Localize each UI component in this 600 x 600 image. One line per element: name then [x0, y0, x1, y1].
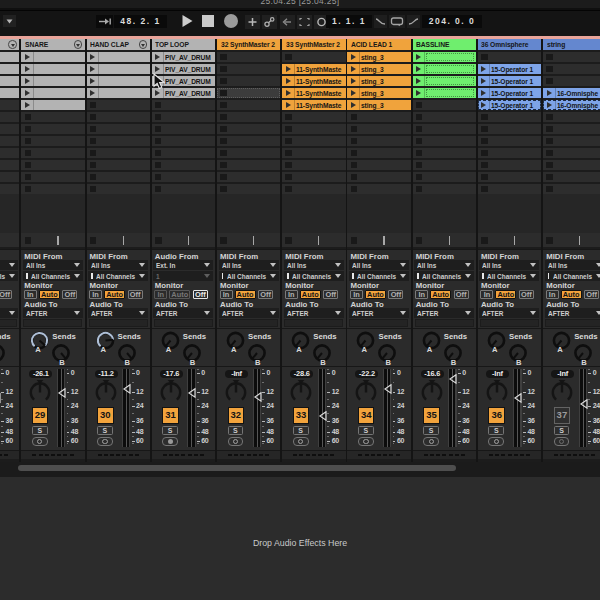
clip-slot[interactable] [543, 112, 600, 123]
stop-all-clips-icon[interactable] [285, 237, 292, 244]
monitor-in-button[interactable]: In [350, 290, 363, 299]
arm-button[interactable] [358, 437, 374, 446]
track-header[interactable]: ACID LEAD 1 [347, 39, 410, 51]
clip-slot[interactable] [152, 172, 215, 183]
stop-all-clips-icon[interactable] [351, 237, 358, 244]
arm-button[interactable] [554, 437, 570, 446]
clip[interactable] [87, 64, 150, 75]
track-header-dropdown-icon[interactable] [139, 40, 148, 49]
clip-slot[interactable] [347, 124, 410, 135]
clip-slot[interactable] [543, 148, 600, 159]
track-header[interactable]: 32 SynthMaster 2 [217, 39, 280, 51]
clip-slot[interactable] [282, 172, 345, 183]
solo-button[interactable]: S [97, 426, 113, 435]
clip-slot[interactable] [152, 148, 215, 159]
clip[interactable] [0, 88, 19, 99]
clip[interactable] [87, 52, 150, 63]
input-channel-chooser[interactable]: All Channels [219, 271, 279, 281]
clip-play-icon[interactable] [155, 66, 160, 72]
solo-button[interactable]: S [162, 426, 178, 435]
track-status-display[interactable] [152, 233, 215, 248]
track-activator-button[interactable]: 36 [488, 407, 505, 424]
arm-button[interactable] [423, 437, 439, 446]
clip-play-icon[interactable] [481, 102, 486, 108]
clip-slot[interactable] [413, 100, 476, 111]
input-type-chooser[interactable]: All Ins [23, 260, 83, 270]
clip-slot[interactable] [87, 160, 150, 171]
clip-play-icon[interactable] [351, 54, 356, 60]
input-channel-chooser[interactable]: All Channels [414, 271, 474, 281]
clip-slot[interactable] [413, 112, 476, 123]
track-header[interactable] [0, 39, 19, 51]
follow-button[interactable] [96, 15, 113, 28]
clip-slot[interactable] [413, 172, 476, 183]
clip-slot[interactable] [217, 52, 280, 63]
track-activator-button[interactable]: 31 [162, 407, 179, 424]
clip-play-icon[interactable] [547, 90, 552, 96]
clip-slot[interactable] [217, 76, 280, 87]
input-type-chooser[interactable]: Ext. In [153, 260, 213, 270]
track-activator-button[interactable]: 34 [358, 407, 375, 424]
arm-button[interactable] [228, 437, 244, 446]
monitor-in-button[interactable]: In [89, 290, 102, 299]
clip-slot[interactable] [347, 160, 410, 171]
clip-slot[interactable] [21, 160, 84, 171]
clip[interactable]: 15-Operator 1 [478, 100, 541, 111]
clip-slot[interactable] [217, 184, 280, 195]
clip[interactable]: 15-Operator 1 [478, 88, 541, 99]
clip[interactable]: sting_3 [347, 76, 410, 87]
monitor-in-button[interactable]: In [480, 290, 493, 299]
clip[interactable]: PIV_AV_DRUM [152, 52, 215, 63]
clip-slot[interactable] [282, 112, 345, 123]
clip-play-icon[interactable] [25, 54, 30, 60]
clip-play-icon[interactable] [481, 90, 486, 96]
solo-button[interactable]: S [554, 426, 570, 435]
clip-slot[interactable] [87, 100, 150, 111]
clip-slot[interactable] [0, 148, 19, 159]
clip-slot[interactable] [543, 52, 600, 63]
track-header[interactable]: string [543, 39, 600, 51]
clip-play-icon[interactable] [286, 90, 291, 96]
monitor-in-button[interactable]: In [415, 290, 428, 299]
track-header-dropdown-icon[interactable] [74, 40, 83, 49]
clip-play-icon[interactable] [90, 54, 95, 60]
capture-midi-button[interactable] [262, 15, 277, 29]
clip[interactable]: sting_3 [347, 64, 410, 75]
monitor-off-button[interactable]: Off [0, 290, 12, 299]
clip-slot[interactable] [217, 64, 280, 75]
clip[interactable]: 11-SynthMaste [282, 64, 345, 75]
output-type-chooser[interactable]: AFTER [153, 308, 213, 318]
monitor-off-button[interactable]: Off [193, 290, 208, 299]
clip-slot[interactable] [282, 184, 345, 195]
clip-play-icon[interactable] [90, 90, 95, 96]
stop-all-clips-icon[interactable] [416, 237, 423, 244]
track-activator-button[interactable]: 32 [228, 407, 245, 424]
clip-play-icon[interactable] [25, 102, 30, 108]
clip-slot[interactable] [478, 184, 541, 195]
monitor-off-button[interactable]: Off [388, 290, 403, 299]
track-header[interactable]: TOP LOOP [152, 39, 215, 51]
clip-slot[interactable] [0, 112, 19, 123]
loop-button[interactable] [389, 15, 405, 28]
output-type-chooser[interactable]: AFTER [349, 308, 409, 318]
track-header[interactable]: HAND CLAP [87, 39, 150, 51]
punch-in-button[interactable] [374, 15, 387, 28]
clip-play-icon[interactable] [286, 102, 291, 108]
clip-play-icon[interactable] [547, 102, 552, 108]
output-type-chooser[interactable]: AFTER [414, 308, 474, 318]
track-header-dropdown-icon[interactable] [8, 40, 17, 49]
clip-play-icon[interactable] [481, 66, 486, 72]
clip[interactable] [21, 100, 84, 111]
clip[interactable] [413, 64, 476, 75]
clip-slot[interactable] [543, 136, 600, 147]
clip[interactable] [0, 76, 19, 87]
monitor-auto-button[interactable]: Auto [495, 290, 516, 299]
monitor-off-button[interactable]: Off [62, 290, 77, 299]
output-type-chooser[interactable]: AFTER [284, 308, 344, 318]
clip-slot[interactable] [217, 136, 280, 147]
clip[interactable]: 16-Omnisphe [543, 100, 600, 111]
clip-slot[interactable] [282, 136, 345, 147]
track-status-display[interactable] [478, 233, 541, 248]
output-type-chooser[interactable]: AFTER [479, 308, 539, 318]
output-type-chooser[interactable]: AFTER [545, 308, 600, 318]
